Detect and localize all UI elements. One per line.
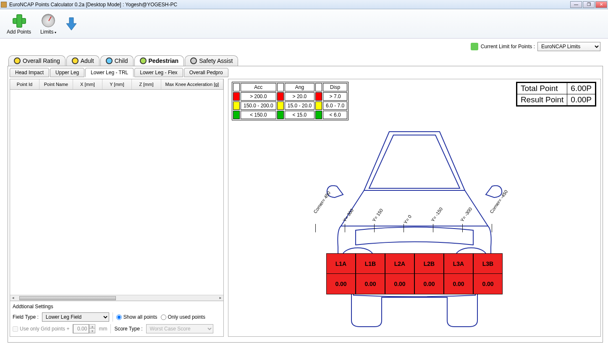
result-point-label: Result Point bbox=[517, 94, 567, 106]
arrow-down-icon bbox=[66, 17, 77, 31]
tab-child[interactable]: Child bbox=[100, 55, 134, 66]
subtab-lower-leg-flex[interactable]: Lower Leg - Flex bbox=[134, 68, 183, 77]
limit-selector-bar: Current Limit for Points : EuroNCAP Limi… bbox=[471, 42, 600, 51]
limits-label: Limits ▾ bbox=[40, 29, 56, 35]
zone-l1b[interactable]: L1B0.00 bbox=[356, 253, 385, 294]
grid-points-checkbox[interactable]: Use only Grid points + bbox=[13, 326, 69, 332]
subtab-lower-leg-trl[interactable]: Lower Leg - TRL bbox=[85, 68, 134, 77]
field-type-select[interactable]: Lower Leg Field bbox=[42, 312, 109, 322]
zone-l2a[interactable]: L2A0.00 bbox=[385, 253, 414, 294]
col-point-id[interactable]: Point Id bbox=[10, 79, 39, 89]
tab-safety-assist[interactable]: Safety Assist bbox=[185, 55, 238, 66]
scrollbar-thumb[interactable] bbox=[19, 296, 116, 300]
result-point-value: 0.00P bbox=[567, 94, 595, 106]
visualization-panel: AccAngDisp > 200.0> 20.0> 7.0 150.0 - 20… bbox=[228, 79, 601, 337]
score-box: Total Point6.00P Result Point0.00P bbox=[516, 82, 596, 107]
bumper-zones: L1A0.00 L1B0.00 L2A0.00 L2B0.00 L3A0.00 … bbox=[326, 253, 503, 294]
window-title: EuroNCAP Points Calculator 0.2a [Desktop… bbox=[9, 2, 177, 8]
subtab-upper-leg[interactable]: Upper Leg bbox=[50, 68, 84, 77]
zone-l3b[interactable]: L3B0.00 bbox=[473, 253, 503, 294]
close-button[interactable]: ✕ bbox=[595, 1, 607, 8]
tab-pedestrian[interactable]: Pedestrian bbox=[134, 55, 184, 66]
zone-l2b[interactable]: L2B0.00 bbox=[414, 253, 444, 294]
toolbar: Add Points Limits ▾ bbox=[0, 9, 608, 39]
zone-l3a[interactable]: L3A0.00 bbox=[444, 253, 473, 294]
pedestrian-icon bbox=[140, 57, 147, 64]
app-icon bbox=[1, 2, 7, 8]
grid-unit: mm bbox=[99, 326, 107, 332]
points-table-panel: Point Id Point Name X [mm] Y [mm] Z [mm]… bbox=[10, 79, 224, 337]
subtab-overall-pedpro[interactable]: Overall Pedpro bbox=[184, 68, 228, 77]
limit-label: Current Limit for Points : bbox=[481, 44, 535, 49]
safety-icon bbox=[190, 57, 197, 64]
zone-l1a[interactable]: L1A0.00 bbox=[326, 253, 356, 294]
add-points-label: Add Points bbox=[7, 29, 31, 35]
score-type-label: Score Type : bbox=[114, 326, 142, 332]
grid-offset-input[interactable] bbox=[73, 324, 89, 333]
additional-settings: Addtional Settings Field Type : Lower Le… bbox=[10, 301, 223, 336]
child-icon bbox=[106, 57, 113, 64]
subtab-head-impact[interactable]: Head Impact bbox=[10, 68, 49, 77]
col-y[interactable]: Y [mm] bbox=[102, 79, 132, 89]
total-point-value: 6.00P bbox=[567, 83, 595, 94]
col-z[interactable]: Z [mm] bbox=[132, 79, 161, 89]
gauge-icon bbox=[42, 14, 55, 27]
spinner-up[interactable]: ▲ bbox=[89, 325, 95, 329]
maximize-button[interactable]: ❐ bbox=[583, 1, 595, 8]
minimize-button[interactable]: — bbox=[570, 1, 582, 8]
tab-adult[interactable]: Adult bbox=[66, 55, 100, 66]
content-frame: Head Impact Upper Leg Lower Leg - TRL Lo… bbox=[8, 66, 603, 343]
col-max-knee[interactable]: Max Knee Acceleration [g] bbox=[161, 79, 223, 89]
col-point-name[interactable]: Point Name bbox=[39, 79, 73, 89]
adult-icon bbox=[72, 57, 79, 64]
sub-tabs: Head Impact Upper Leg Lower Leg - TRL Lo… bbox=[10, 68, 601, 77]
only-used-radio[interactable]: Only used points bbox=[161, 314, 205, 320]
limit-select[interactable]: EuroNCAP Limits bbox=[537, 42, 600, 51]
limit-icon bbox=[471, 43, 478, 50]
score-type-select[interactable]: Worst Case Score bbox=[146, 324, 213, 333]
window-titlebar: EuroNCAP Points Calculator 0.2a [Desktop… bbox=[0, 0, 608, 9]
field-type-label: Field Type : bbox=[13, 314, 39, 320]
car-diagram bbox=[288, 121, 540, 331]
total-point-label: Total Point bbox=[517, 83, 567, 94]
settings-title: Addtional Settings bbox=[13, 303, 221, 311]
grid-body[interactable] bbox=[10, 90, 223, 295]
main-tabs: Overall Rating Adult Child Pedestrian Sa… bbox=[0, 55, 608, 66]
col-x[interactable]: X [mm] bbox=[73, 79, 102, 89]
add-points-button[interactable]: Add Points bbox=[4, 12, 34, 36]
grid-header: Point Id Point Name X [mm] Y [mm] Z [mm]… bbox=[10, 79, 223, 90]
legend-table: AccAngDisp > 200.0> 20.0> 7.0 150.0 - 20… bbox=[232, 82, 349, 120]
grid-offset-spinner[interactable]: ▲▼ bbox=[73, 324, 95, 333]
download-button[interactable] bbox=[63, 16, 80, 32]
tab-overall-rating[interactable]: Overall Rating bbox=[8, 55, 66, 66]
spinner-down[interactable]: ▼ bbox=[89, 329, 95, 333]
horizontal-scrollbar[interactable] bbox=[10, 295, 223, 301]
show-all-radio[interactable]: Show all points bbox=[116, 314, 157, 320]
limits-button[interactable]: Limits ▾ bbox=[38, 12, 59, 36]
plus-icon bbox=[13, 14, 25, 27]
star-icon bbox=[14, 57, 21, 64]
